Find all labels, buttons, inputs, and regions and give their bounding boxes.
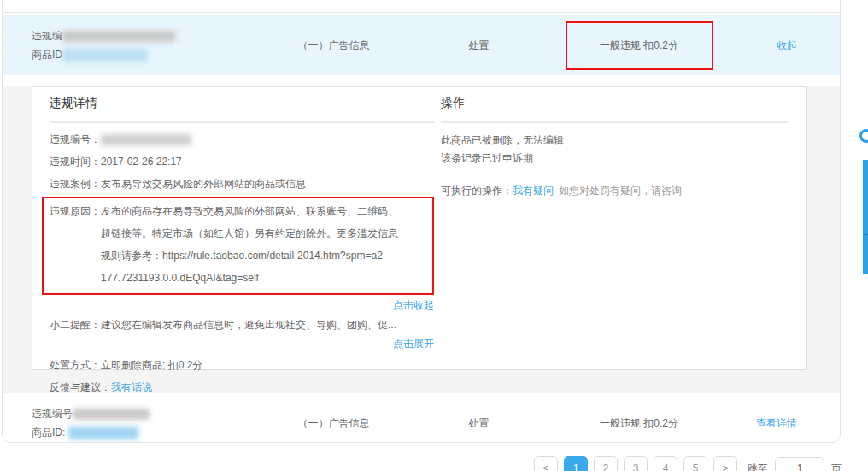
jump-to-label: 跳至 bbox=[748, 456, 768, 471]
records-panel: 违规编 商品ID （一）广告信息 处置 一般违规 扣0.2分 收起 违规详情 bbox=[2, 0, 841, 443]
page-button-5[interactable]: 5 bbox=[683, 456, 707, 471]
reminder-value: 建议您在编辑发布商品信息时，避免出现社交、导购、团购、促... bbox=[101, 315, 396, 334]
product-id-label: 商品ID bbox=[32, 45, 62, 64]
product-id-value-redacted bbox=[68, 427, 138, 439]
chevron-left-icon: < bbox=[542, 462, 548, 471]
operation-status-line1: 此商品已被删除，无法编辑 bbox=[441, 132, 789, 150]
disposal-column: 处置 bbox=[404, 416, 554, 431]
floating-toolbar[interactable] bbox=[863, 160, 868, 274]
collapse-record-link[interactable]: 收起 bbox=[777, 38, 797, 53]
violation-category: （一）广告信息 bbox=[263, 416, 404, 431]
page-button-1[interactable]: 1 bbox=[564, 456, 588, 471]
page-button-2[interactable]: 2 bbox=[594, 456, 618, 471]
question-hint: 如您对处罚有疑问，请咨询 bbox=[559, 185, 682, 197]
violation-record-row: 违规编号 商品ID: （一）广告信息 处置 一般违规 扣0.2分 查看详情 bbox=[3, 393, 840, 443]
reason-collapse-link[interactable]: 点击收起 bbox=[393, 299, 434, 311]
reminder-expand-link[interactable]: 点击展开 bbox=[393, 338, 434, 350]
detail-reason-value: 发布的商品存在易导致交易风险的外部网站、联系账号、二维码、 超链接等。特定市场（… bbox=[101, 200, 398, 289]
reason-highlight-box: 违规原因： 发布的商品存在易导致交易风险的外部网站、联系账号、二维码、 超链接等… bbox=[42, 197, 434, 295]
operation-title: 操作 bbox=[441, 87, 789, 123]
reminder-label: 小二提醒： bbox=[50, 315, 101, 334]
detail-no-label: 违规编号： bbox=[50, 128, 101, 150]
record-ids: 违规编号 商品ID: bbox=[3, 404, 263, 442]
violation-detail-title: 违规详情 bbox=[50, 87, 434, 123]
prev-page-button[interactable]: < bbox=[534, 456, 558, 471]
disposal-method-value: 立即删除商品; 扣0.2分 bbox=[101, 354, 202, 376]
record-ids: 违规编 商品ID bbox=[3, 26, 263, 64]
detail-case-value: 发布易导致交易风险的外部网站的商品或信息 bbox=[101, 173, 306, 195]
question-link[interactable]: 我有疑问 bbox=[513, 185, 554, 197]
violation-no-label: 违规编 bbox=[32, 26, 62, 45]
view-detail-link[interactable]: 查看详情 bbox=[756, 416, 797, 431]
disposal-column: 处置 bbox=[404, 38, 554, 53]
detail-case-label: 违规案例： bbox=[50, 173, 101, 195]
disposal-method-label: 处置方式： bbox=[50, 354, 101, 376]
detail-reason-label: 违规原因： bbox=[50, 200, 101, 289]
violation-category: （一）广告信息 bbox=[263, 38, 404, 53]
feedback-label: 反馈与建议： bbox=[50, 376, 111, 398]
jump-page-input[interactable] bbox=[775, 457, 824, 471]
penalty-text: 一般违规 扣0.2分 bbox=[600, 38, 678, 53]
penalty-highlight-box: 一般违规 扣0.2分 bbox=[566, 21, 713, 70]
detail-time-label: 违规时间： bbox=[50, 150, 101, 173]
product-id-value-redacted bbox=[62, 49, 148, 62]
next-page-button[interactable]: > bbox=[713, 456, 737, 471]
page-button-3[interactable]: 3 bbox=[624, 456, 648, 471]
violation-no-value-redacted bbox=[73, 409, 150, 420]
detail-time-value: 2017-02-26 22:17 bbox=[101, 150, 182, 173]
violation-record-body: 违规详情 违规编号： 违规时间： 2017-02-26 22:17 违规案例： … bbox=[3, 86, 840, 393]
tab-strip bbox=[3, 0, 840, 13]
detail-no-value-redacted bbox=[101, 134, 191, 145]
available-actions-label: 可执行的操作： bbox=[441, 185, 513, 197]
operation-panel: 操作 此商品已被删除，无法编辑 该条记录已过申诉期 可执行的操作：我有疑问如您对… bbox=[441, 87, 789, 369]
penalty-text: 一般违规 扣0.2分 bbox=[600, 416, 678, 431]
violation-record-header: 违规编 商品ID （一）广告信息 处置 一般违规 扣0.2分 收起 bbox=[3, 15, 840, 75]
page-unit-label: 页 bbox=[831, 456, 842, 471]
pagination: < 1 2 3 4 5 > 跳至 页 bbox=[534, 456, 842, 471]
violation-no-label: 违规编号 bbox=[32, 404, 73, 423]
page-button-4[interactable]: 4 bbox=[654, 456, 677, 471]
feedback-link[interactable]: 我有话说 bbox=[111, 376, 152, 398]
operation-status-line2: 该条记录已过申诉期 bbox=[441, 150, 789, 168]
chevron-right-icon: > bbox=[722, 462, 728, 471]
violation-detail-panel: 违规详情 违规编号： 违规时间： 2017-02-26 22:17 违规案例： … bbox=[50, 87, 434, 369]
violation-detail-card: 违规详情 违规编号： 违规时间： 2017-02-26 22:17 违规案例： … bbox=[32, 86, 807, 370]
product-id-label: 商品ID: bbox=[32, 423, 65, 442]
floating-service-icon[interactable] bbox=[859, 129, 868, 143]
violation-no-value-redacted bbox=[62, 31, 175, 42]
